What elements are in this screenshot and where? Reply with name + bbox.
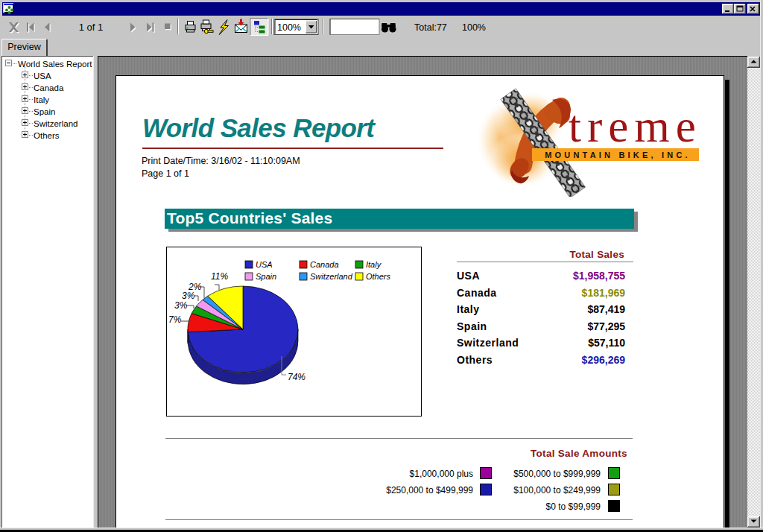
- svg-text:3%: 3%: [174, 300, 188, 311]
- svg-text:74%: 74%: [288, 372, 305, 382]
- svg-text:100%: 100%: [462, 22, 486, 33]
- svg-text:Canada: Canada: [310, 260, 339, 269]
- svg-text:Total:77: Total:77: [414, 22, 447, 33]
- svg-text:Italy: Italy: [366, 260, 382, 269]
- svg-text:3%: 3%: [182, 291, 195, 301]
- svg-text:Switzerland: Switzerland: [310, 272, 353, 281]
- svg-text:7%: 7%: [168, 314, 182, 325]
- svg-text:MOUNTAIN BIKE, INC.: MOUNTAIN BIKE, INC.: [545, 151, 691, 159]
- svg-text:USA: USA: [256, 260, 273, 269]
- svg-text:11%: 11%: [211, 271, 228, 282]
- svg-text:Others: Others: [366, 272, 391, 281]
- svg-text:Spain: Spain: [256, 272, 276, 281]
- svg-text:100%: 100%: [277, 22, 301, 33]
- svg-text:treme: treme: [569, 101, 702, 151]
- svg-text:2%: 2%: [188, 282, 202, 292]
